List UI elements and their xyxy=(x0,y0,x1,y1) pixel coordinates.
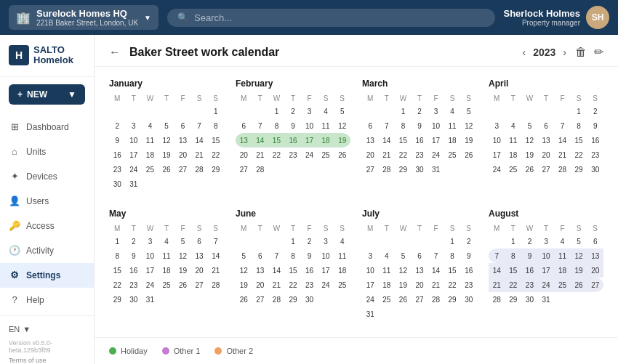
calendar-day[interactable]: 19 xyxy=(334,133,350,147)
calendar-day[interactable]: 5 xyxy=(521,118,538,133)
calendar-day[interactable]: 10 xyxy=(301,118,318,133)
calendar-day[interactable]: 13 xyxy=(538,133,555,147)
calendar-day[interactable]: 27 xyxy=(362,162,379,177)
calendar-day[interactable]: 27 xyxy=(412,292,428,307)
calendar-day[interactable]: 25 xyxy=(505,162,522,177)
calendar-day[interactable]: 3 xyxy=(489,118,505,133)
terms-link[interactable]: Terms of use xyxy=(9,357,47,364)
calendar-day[interactable]: 5 xyxy=(571,234,587,248)
calendar-day[interactable]: 16 xyxy=(587,133,603,147)
calendar-day[interactable]: 17 xyxy=(489,147,505,162)
calendar-day[interactable]: 19 xyxy=(571,263,587,278)
calendar-day[interactable]: 2 xyxy=(285,104,302,118)
calendar-day[interactable]: 7 xyxy=(268,248,285,263)
calendar-day[interactable]: 2 xyxy=(301,234,318,248)
calendar-day[interactable]: 28 xyxy=(428,292,444,307)
calendar-day[interactable]: 14 xyxy=(379,133,396,147)
calendar-day[interactable]: 23 xyxy=(587,147,603,162)
calendar-day[interactable]: 16 xyxy=(285,133,302,147)
calendar-day[interactable]: 14 xyxy=(428,263,444,278)
calendar-day[interactable]: 11 xyxy=(142,133,158,147)
calendar-day[interactable]: 1 xyxy=(207,104,224,118)
calendar-day[interactable]: 10 xyxy=(362,263,379,278)
calendar-day[interactable]: 23 xyxy=(412,147,428,162)
edit-button[interactable]: ✏ xyxy=(594,45,603,59)
search-input[interactable] xyxy=(194,12,485,23)
calendar-day[interactable]: 12 xyxy=(158,133,175,147)
calendar-day[interactable]: 1 xyxy=(285,234,302,248)
calendar-day[interactable]: 29 xyxy=(444,292,461,307)
next-year-button[interactable]: › xyxy=(563,46,566,58)
calendar-day[interactable]: 24 xyxy=(301,147,318,162)
calendar-day[interactable]: 3 xyxy=(428,104,444,118)
calendar-day[interactable]: 10 xyxy=(428,118,444,133)
calendar-day[interactable]: 26 xyxy=(395,292,412,307)
calendar-day[interactable]: 4 xyxy=(505,118,522,133)
calendar-day[interactable]: 10 xyxy=(142,248,158,263)
calendar-day[interactable]: 14 xyxy=(554,133,571,147)
calendar-day[interactable]: 23 xyxy=(109,162,126,177)
calendar-day[interactable]: 4 xyxy=(158,234,175,248)
calendar-day[interactable]: 20 xyxy=(174,147,191,162)
calendar-day[interactable]: 30 xyxy=(109,177,126,191)
calendar-day[interactable]: 30 xyxy=(301,292,318,307)
calendar-day[interactable]: 26 xyxy=(460,147,477,162)
calendar-day[interactable]: 28 xyxy=(489,292,505,307)
calendar-day[interactable]: 31 xyxy=(362,307,379,321)
calendar-day[interactable]: 21 xyxy=(191,147,208,162)
calendar-day[interactable]: 15 xyxy=(207,133,224,147)
calendar-day[interactable]: 17 xyxy=(428,133,444,147)
calendar-day[interactable]: 3 xyxy=(362,248,379,263)
calendar-day[interactable]: 31 xyxy=(538,292,555,307)
calendar-day[interactable]: 29 xyxy=(571,162,587,177)
location-selector[interactable]: 🏢 Surelock Homes HQ 221B Baker Street, L… xyxy=(9,5,158,30)
calendar-day[interactable]: 3 xyxy=(142,234,158,248)
calendar-day[interactable]: 16 xyxy=(412,133,428,147)
calendar-day[interactable]: 11 xyxy=(505,133,522,147)
calendar-day[interactable]: 23 xyxy=(126,278,143,292)
calendar-day[interactable]: 6 xyxy=(412,248,428,263)
calendar-day[interactable]: 7 xyxy=(207,234,224,248)
calendar-day[interactable]: 18 xyxy=(158,263,175,278)
calendar-day[interactable]: 21 xyxy=(428,278,444,292)
prev-year-button[interactable]: ‹ xyxy=(523,46,526,58)
calendar-day[interactable]: 5 xyxy=(174,234,191,248)
delete-button[interactable]: 🗑 xyxy=(575,45,587,59)
calendar-day[interactable]: 27 xyxy=(191,278,208,292)
calendar-day[interactable]: 9 xyxy=(109,133,126,147)
calendar-day[interactable]: 22 xyxy=(285,278,302,292)
calendar-day[interactable]: 8 xyxy=(109,248,126,263)
calendar-day[interactable]: 5 xyxy=(395,248,412,263)
calendar-day[interactable]: 1 xyxy=(571,104,587,118)
calendar-day[interactable]: 29 xyxy=(207,162,224,177)
calendar-day[interactable]: 1 xyxy=(109,234,126,248)
calendar-day[interactable]: 21 xyxy=(207,263,224,278)
calendar-day[interactable]: 28 xyxy=(207,278,224,292)
calendar-day[interactable]: 22 xyxy=(571,147,587,162)
calendar-day[interactable]: 6 xyxy=(538,118,555,133)
calendar-day[interactable]: 24 xyxy=(142,278,158,292)
calendar-day[interactable]: 12 xyxy=(174,248,191,263)
calendar-day[interactable]: 21 xyxy=(268,278,285,292)
calendar-day[interactable]: 18 xyxy=(554,263,571,278)
calendar-day[interactable]: 13 xyxy=(252,263,269,278)
calendar-day[interactable]: 22 xyxy=(444,278,461,292)
calendar-day[interactable]: 26 xyxy=(236,292,252,307)
calendar-day[interactable]: 4 xyxy=(444,104,461,118)
calendar-day[interactable]: 3 xyxy=(126,118,143,133)
calendar-day[interactable]: 18 xyxy=(142,147,158,162)
calendar-day[interactable]: 22 xyxy=(268,147,285,162)
calendar-day[interactable]: 11 xyxy=(444,118,461,133)
calendar-day[interactable]: 8 xyxy=(395,118,412,133)
calendar-day[interactable]: 25 xyxy=(142,162,158,177)
calendar-day[interactable]: 28 xyxy=(252,162,269,177)
calendar-day[interactable]: 2 xyxy=(126,234,143,248)
calendar-day[interactable]: 8 xyxy=(444,248,461,263)
calendar-day[interactable]: 19 xyxy=(521,147,538,162)
calendar-day[interactable]: 6 xyxy=(362,118,379,133)
calendar-day[interactable]: 17 xyxy=(142,263,158,278)
calendar-day[interactable]: 5 xyxy=(158,118,175,133)
calendar-day[interactable]: 22 xyxy=(207,147,224,162)
calendar-day[interactable]: 2 xyxy=(521,234,538,248)
calendar-day[interactable]: 16 xyxy=(301,263,318,278)
